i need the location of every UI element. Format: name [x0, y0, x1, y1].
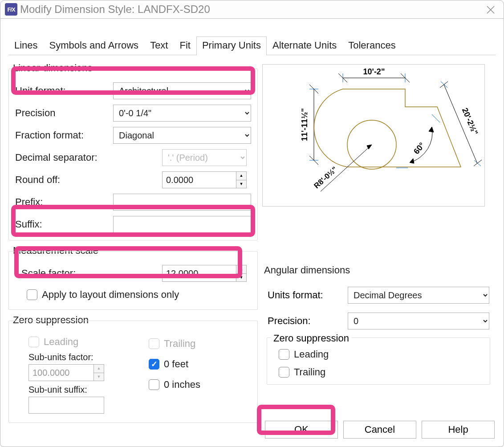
tab-symbols-arrows[interactable]: Symbols and Arrows: [44, 37, 145, 55]
tab-text[interactable]: Text: [144, 37, 174, 55]
angular-zero-suppression-label: Zero suppression: [271, 333, 352, 344]
angular-dimensions-label: Angular dimensions: [264, 264, 495, 276]
leading-label: Leading: [44, 336, 78, 348]
scale-factor-label: Scale factor:: [15, 268, 113, 279]
fraction-format-select[interactable]: Diagonal: [113, 127, 251, 144]
svg-text:10'-2": 10'-2": [363, 67, 385, 76]
sub-units-factor-down: ▼: [94, 373, 104, 381]
scale-factor-spinner[interactable]: ▲▼: [162, 265, 247, 282]
apply-layout-checkbox[interactable]: Apply to layout dimensions only: [27, 289, 179, 301]
sub-unit-suffix-input: [28, 397, 104, 414]
trailing-checkbox: Trailing: [149, 338, 251, 349]
cancel-button[interactable]: Cancel: [343, 421, 416, 439]
round-off-input[interactable]: [162, 171, 236, 188]
decimal-separator-label: Decimal separator:: [15, 152, 113, 163]
round-off-up[interactable]: ▲: [236, 172, 246, 180]
ok-button[interactable]: OK: [265, 421, 338, 439]
scale-factor-input[interactable]: [162, 265, 236, 282]
sub-units-factor-input: [28, 364, 93, 381]
linear-dimensions-group: Unit format: Architectural Precision 0'-…: [8, 69, 258, 240]
angular-precision-label: Precision:: [268, 315, 348, 327]
angular-units-format-select[interactable]: Decimal Degrees: [348, 287, 489, 304]
scale-factor-up[interactable]: ▲: [236, 265, 246, 274]
tab-alternate-units[interactable]: Alternate Units: [267, 37, 342, 55]
prefix-label: Prefix:: [15, 196, 113, 208]
precision-label: Precision: [15, 107, 113, 119]
leading-checkbox: Leading: [15, 336, 140, 348]
angular-precision-select[interactable]: 0: [348, 313, 489, 329]
angular-units-format-label: Units format:: [268, 289, 348, 301]
decimal-separator-select: '.' (Period): [162, 149, 247, 166]
suffix-label: Suffix:: [15, 219, 113, 230]
tab-lines[interactable]: Lines: [8, 37, 44, 55]
dialog-content: Lines Symbols and Arrows Text Fit Primar…: [0, 19, 504, 447]
precision-select[interactable]: 0'-0 1/4": [113, 105, 251, 122]
angular-trailing-checkbox[interactable]: Trailing: [279, 366, 484, 378]
tab-fit[interactable]: Fit: [174, 37, 196, 55]
zero-feet-checkbox[interactable]: 0 feet: [149, 358, 251, 370]
measurement-scale-group: Scale factor: ▲▼ Apply to layout dimensi…: [8, 251, 258, 310]
help-button[interactable]: Help: [422, 421, 495, 439]
sub-units-factor-label: Sub-units factor:: [28, 352, 140, 362]
app-icon: F/X: [5, 3, 17, 16]
round-off-label: Round off:: [15, 174, 113, 186]
dimension-preview: 10'-2" 11'-11½" 20'-2½" 60° R8'-0½": [262, 64, 485, 207]
tab-primary-units[interactable]: Primary Units: [196, 37, 267, 55]
prefix-input[interactable]: [113, 194, 251, 211]
sub-units-factor-up: ▲: [94, 365, 104, 373]
unit-format-select[interactable]: Architectural: [113, 82, 251, 99]
unit-format-label: Unit format:: [15, 85, 113, 97]
titlebar: F/X Modify Dimension Style: LANDFX-SD20: [0, 0, 504, 19]
zero-inches-checkbox[interactable]: 0 inches: [149, 379, 251, 390]
apply-layout-label: Apply to layout dimensions only: [42, 289, 179, 301]
angular-trailing-label: Trailing: [294, 366, 325, 378]
svg-text:11'-11½": 11'-11½": [300, 108, 309, 141]
sub-unit-suffix-label: Sub-unit suffix:: [28, 385, 140, 395]
tab-bar: Lines Symbols and Arrows Text Fit Primar…: [8, 37, 496, 55]
angular-leading-label: Leading: [294, 349, 329, 360]
fraction-format-label: Fraction format:: [15, 130, 113, 141]
svg-line-23: [432, 114, 440, 122]
svg-text:20'-2½": 20'-2½": [460, 106, 480, 136]
close-button[interactable]: [484, 3, 497, 16]
zero-feet-label: 0 feet: [164, 358, 188, 370]
scale-factor-down[interactable]: ▼: [236, 274, 246, 282]
svg-marker-21: [429, 127, 434, 132]
window-title: Modify Dimension Style: LANDFX-SD20: [20, 3, 210, 16]
zero-suppression-group: Leading Sub-units factor: ▲▼ Sub-unit su…: [8, 321, 258, 423]
round-off-down[interactable]: ▼: [236, 180, 246, 188]
sub-units-factor-spinner: ▲▼: [28, 364, 104, 381]
suffix-input[interactable]: [113, 216, 251, 233]
angular-zero-suppression-group: Zero suppression Leading Trailing: [267, 337, 490, 385]
tab-tolerances[interactable]: Tolerances: [342, 37, 401, 55]
angular-leading-checkbox[interactable]: Leading: [279, 349, 484, 360]
svg-marker-20: [410, 158, 414, 163]
trailing-label: Trailing: [164, 338, 195, 349]
zero-inches-label: 0 inches: [164, 379, 200, 390]
round-off-spinner[interactable]: ▲▼: [162, 171, 247, 188]
svg-text:R8'-0½": R8'-0½": [313, 165, 339, 190]
